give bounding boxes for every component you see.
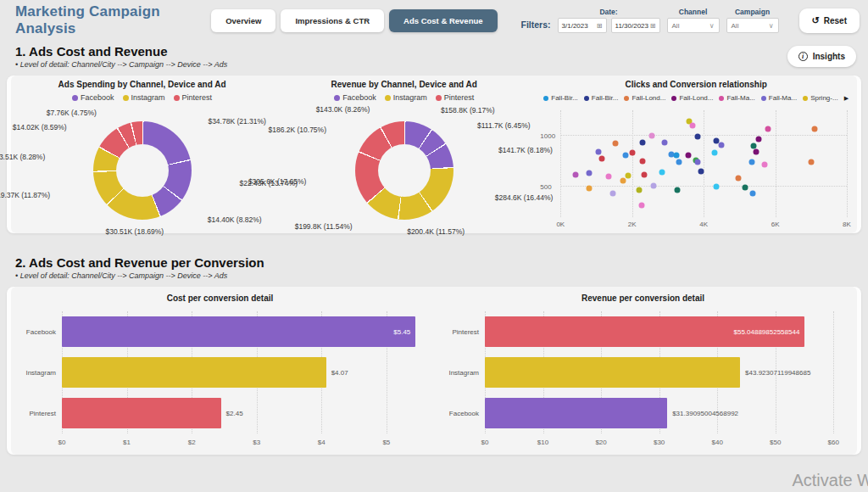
scatter-point[interactable] — [626, 172, 632, 178]
scatter-point[interactable] — [675, 187, 681, 193]
slice-label: $30.51K (18.69%) — [106, 227, 164, 236]
legend-label: Fall-Bir... — [592, 94, 619, 102]
scatter-point[interactable] — [639, 139, 645, 145]
axis-tick-label: $10 — [537, 439, 548, 446]
scatter-point[interactable] — [765, 126, 771, 132]
channel-filter-group: Channel All ∨ — [667, 8, 720, 33]
scatter-point[interactable] — [690, 123, 696, 129]
bar-instagram[interactable] — [62, 357, 326, 388]
scatter-point[interactable] — [640, 159, 646, 165]
legend-label: Instagram — [393, 93, 427, 102]
bar-instagram[interactable] — [485, 357, 740, 388]
legend-item-campaign[interactable]: Fall-Bir... — [584, 94, 619, 102]
legend-item-campaign[interactable]: Fall-Ma... — [719, 94, 754, 102]
scatter-point[interactable] — [718, 143, 724, 148]
scatter-point[interactable] — [749, 190, 755, 196]
tab-impressions-ctr[interactable]: Impressions & CTR — [281, 9, 384, 32]
scatter-point[interactable] — [629, 150, 635, 156]
scatter-point[interactable] — [714, 184, 720, 190]
scatter-point[interactable] — [661, 140, 667, 146]
legend-item-campaign[interactable]: Fall-Lond... — [624, 94, 665, 102]
legend-label: Fall-Bir... — [551, 94, 578, 102]
scatter-point[interactable] — [659, 169, 665, 175]
tab-ads-cost-revenue[interactable]: Ads Cost & Revenue — [389, 9, 497, 32]
tab-overview[interactable]: Overview — [211, 9, 275, 32]
scatter-point[interactable] — [808, 159, 814, 165]
scatter-point[interactable] — [609, 191, 615, 197]
scatter-point[interactable] — [595, 148, 601, 154]
calendar-icon[interactable]: ⊞ — [650, 22, 656, 30]
legend-scroll-right-icon[interactable]: ▶ — [844, 95, 849, 102]
legend-label: Pinterest — [182, 93, 213, 102]
axis-tick-label: $0 — [58, 439, 66, 446]
scatter-point[interactable] — [686, 153, 692, 159]
legend-item-instagram[interactable]: Instagram — [385, 93, 427, 102]
legend-label: Fall-Lond... — [632, 94, 665, 102]
date-to-input[interactable]: 11/30/2023 ⊞ — [611, 18, 660, 33]
scatter-point[interactable] — [736, 176, 742, 182]
channel-select[interactable]: All ∨ — [667, 18, 720, 33]
campaign-select[interactable]: All ∨ — [726, 18, 779, 33]
scatter-point[interactable] — [587, 186, 593, 192]
campaign-filter-label: Campaign — [735, 8, 770, 16]
slice-label: $7.76K (4.75%) — [47, 109, 97, 117]
legend-item-pinterest[interactable]: Pinterest — [174, 93, 213, 102]
scatter-point[interactable] — [587, 170, 593, 176]
scatter-point[interactable] — [812, 126, 818, 131]
legend-item-campaign[interactable]: Spring-... — [803, 94, 837, 102]
scatter-point[interactable] — [674, 152, 680, 158]
scatter-point[interactable] — [638, 203, 644, 209]
calendar-icon[interactable]: ⊞ — [597, 22, 603, 30]
bar-value-label: $31.39095004568992 — [672, 410, 738, 417]
scatter-point[interactable] — [694, 159, 700, 165]
bar-facebook[interactable] — [485, 398, 667, 428]
scatter-point[interactable] — [636, 187, 642, 193]
legend-item-campaign[interactable]: Fall-Bir... — [543, 94, 578, 102]
legend-label: Facebook — [342, 93, 376, 102]
scatter-point[interactable] — [572, 171, 578, 177]
gridline — [560, 110, 561, 217]
scatter-point[interactable] — [642, 172, 648, 178]
ads-spending-donut[interactable] — [93, 121, 192, 220]
legend-item-instagram[interactable]: Instagram — [123, 93, 165, 102]
scatter-point[interactable] — [755, 136, 761, 142]
scatter-point[interactable] — [676, 159, 682, 165]
scatter-point[interactable] — [694, 134, 700, 140]
date-to-value: 11/30/2023 — [615, 22, 648, 30]
legend-item-facebook[interactable]: Facebook — [334, 93, 376, 102]
gridline — [560, 135, 847, 136]
scatter-point[interactable] — [648, 133, 654, 139]
scatter-point[interactable] — [623, 152, 629, 158]
scatter-point[interactable] — [754, 149, 760, 155]
scatter-point[interactable] — [711, 150, 717, 156]
axis-tick-label: 6K — [771, 221, 780, 228]
axis-tick-label: $0 — [481, 439, 489, 446]
scatter-point[interactable] — [650, 182, 656, 188]
bar-facebook[interactable]: $5.45 — [62, 316, 415, 347]
bar-pinterest[interactable]: $55.04889852558544 — [485, 316, 804, 347]
legend-label: Fall-Lond... — [679, 94, 713, 102]
scatter-legend: Fall-Bir...Fall-Bir...Fall-Lond...Fall-L… — [535, 94, 857, 102]
revenue-donut[interactable] — [355, 121, 453, 220]
scatter-point[interactable] — [613, 141, 619, 147]
scatter-point[interactable] — [749, 159, 755, 165]
legend-item-facebook[interactable]: Facebook — [72, 93, 114, 102]
scatter-point[interactable] — [599, 156, 605, 162]
scatter-point[interactable] — [620, 178, 626, 184]
date-from-input[interactable]: 3/1/2023 ⊞ — [558, 18, 607, 33]
legend-item-campaign[interactable]: Fall-Lond... — [671, 94, 713, 102]
scatter-point[interactable] — [605, 174, 611, 180]
scatter-point[interactable] — [698, 169, 704, 175]
scatter-point[interactable] — [762, 162, 768, 168]
bar-pinterest[interactable] — [62, 398, 221, 428]
scatter-point[interactable] — [750, 143, 756, 149]
insights-button[interactable]: i Insights — [787, 46, 856, 67]
axis-tick-label: $20 — [595, 439, 606, 446]
bar-value-label: $43.92307119948685 — [745, 369, 810, 377]
axis-tick-label: $4 — [318, 439, 326, 446]
legend-item-campaign[interactable]: Fall-Ma... — [761, 94, 797, 102]
scatter-point[interactable] — [743, 184, 748, 190]
legend-item-pinterest[interactable]: Pinterest — [436, 93, 475, 102]
ads-spending-donut-panel: Ads Spending by Channel, Device and Ad F… — [11, 75, 273, 233]
reset-button[interactable]: ↺ Reset — [799, 8, 860, 33]
